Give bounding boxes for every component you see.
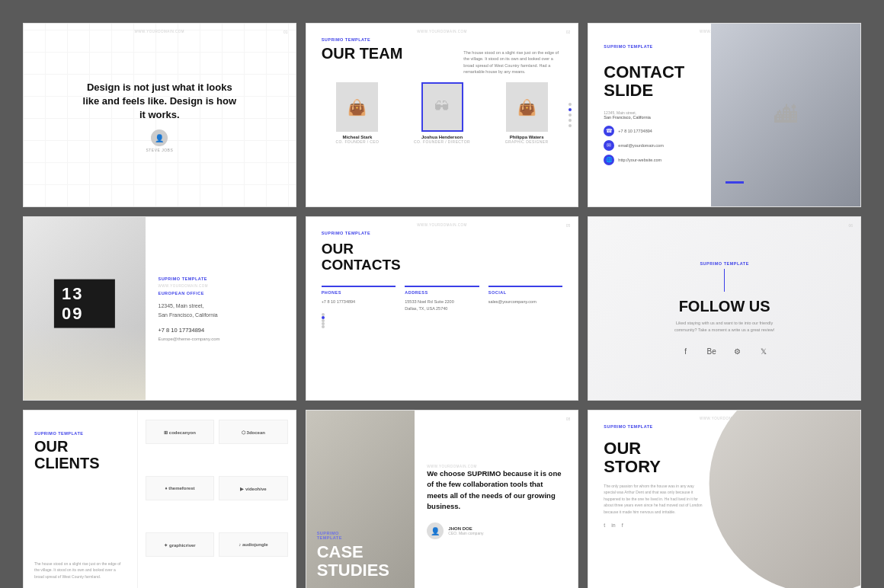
dot-3 xyxy=(569,113,572,117)
page-num-1: 01 xyxy=(283,30,288,34)
office-email: Europe@theme-company.com xyxy=(158,337,283,341)
team-member-3: 👜 Philippa Waters GRAPHIC DESIGNER xyxy=(505,82,549,144)
nav-dots-2 xyxy=(569,103,572,127)
twitter-icon: 𝕏 xyxy=(756,344,771,359)
slide-contacts: SUPRIMO TEMPLATE WWW.YOURDOMAIN.COM 05 O… xyxy=(306,216,579,401)
logo-codecanyon-text: ⊞ codecanyon xyxy=(164,430,196,435)
slide-office: 13 09 SUPRIMO TEMPLATE WWW.YOURDOMAIN.CO… xyxy=(23,216,296,401)
social-icons-row: f Be ⚙ 𝕏 xyxy=(678,344,771,359)
phone-icon: ☎ xyxy=(604,126,614,136)
case-studies-quote: We choose SUPRIMO because it is one of t… xyxy=(427,468,565,512)
slide-label-7: SUPRIMO TEMPLATE xyxy=(34,431,83,436)
contacts-social-label: SOCIAL xyxy=(488,286,563,295)
follow-vertical-line xyxy=(724,269,725,292)
case-studies-right: WWW.YOURDOMAIN.COM We choose SUPRIMO bec… xyxy=(415,411,578,588)
case-studies-client: 👤 JHON DOE CEO. Main company xyxy=(427,522,565,539)
author-name: STEVE JOBS xyxy=(146,148,173,152)
contact-info: 12345, Main street, San Francisco, Calif… xyxy=(604,110,709,165)
dot-5-1 xyxy=(322,313,325,316)
member-photo-1: 👜 xyxy=(336,82,378,132)
clients-left: SUPRIMO TEMPLATE OUR CLIENTS The house s… xyxy=(24,411,138,588)
contact-phone: +7 8 10 17734894 xyxy=(618,129,652,133)
member-photo-3: 👜 xyxy=(506,82,548,132)
member-role-3: GRAPHIC DESIGNER xyxy=(505,139,549,144)
slide-our-team: SUPRIMO TEMPLATE WWW.YOURDOMAIN.COM 02 O… xyxy=(306,23,579,207)
dot-5 xyxy=(569,124,572,127)
member-role-2: CO. FOUNDER / DIRECTOR xyxy=(414,139,470,144)
follow-title: FOLLOW US xyxy=(679,298,770,315)
team-title-block: OUR TEAM xyxy=(322,45,403,62)
slides-grid: WWW.YOURDOMAIN.COM 01 Design is not just… xyxy=(23,23,861,588)
dot-5-5 xyxy=(322,325,325,328)
contact-website: http://your-website.com xyxy=(618,158,661,162)
team-title: OUR TEAM xyxy=(322,45,403,62)
logo-3docean: ⬡ 3docean xyxy=(219,420,287,444)
member-role-1: CO. FOUNDER / CEO xyxy=(336,139,380,144)
nav-dots-5 xyxy=(322,313,563,328)
logo-videohive: ▶ videohive xyxy=(219,476,287,500)
story-facebook-icon: f xyxy=(622,522,623,528)
slide-label-4: SUPRIMO TEMPLATE xyxy=(158,276,283,281)
team-header: OUR TEAM The house stood on a slight ris… xyxy=(322,45,563,75)
logo-themeforest: ♦ themeforest xyxy=(146,476,214,500)
contacts-address-col: ADDRESS 15533 Noel Rd Suite 2200 Dallas,… xyxy=(405,286,479,313)
slide-url-2: WWW.YOURDOMAIN.COM xyxy=(417,30,467,34)
story-title: OUR STORY xyxy=(604,439,845,476)
slide-label-6: SUPRIMO TEMPLATE xyxy=(700,261,748,266)
contacts-grid: PHONES +7 8 10 17734894 ADDRESS 15533 No… xyxy=(322,286,563,313)
team-members-list: 👜 Micheal Stark CO. FOUNDER / CEO 🕶 Josh… xyxy=(322,82,563,144)
contacts-title: OUR CONTACTS xyxy=(322,241,563,273)
slide-label-9: SUPRIMO TEMPLATE xyxy=(604,424,845,429)
story-linkedin-icon: in xyxy=(611,522,615,528)
client-avatar: 👤 xyxy=(427,522,444,539)
client-info: JHON DOE CEO. Main company xyxy=(448,526,483,535)
office-right-content: SUPRIMO TEMPLATE WWW.YOURDOMAIN.COM EURO… xyxy=(146,217,295,400)
contacts-address-value: 15533 Noel Rd Suite 2200 Dallas, TX, USA… xyxy=(405,299,479,313)
page-num-2: 02 xyxy=(566,30,571,34)
clients-title: OUR CLIENTS xyxy=(34,438,127,471)
page-num-5: 05 xyxy=(566,223,571,228)
clients-description: The house stood on a slight rise just on… xyxy=(34,561,127,580)
story-description: The only passion for whom the house was … xyxy=(604,483,703,516)
logo-graphicriver: ✦ graphicriver xyxy=(146,532,214,557)
contact-phone-row: ☎ +7 8 10 17734894 xyxy=(604,126,709,136)
contacts-social-value: sales@yourcompany.com xyxy=(488,299,563,305)
logo-audiojungle-text: ♪ audiojungle xyxy=(239,542,267,547)
story-portrait xyxy=(705,410,861,588)
contact-email-row: ✉ email@yourdomain.com xyxy=(604,140,709,151)
dot-1 xyxy=(569,103,572,106)
clock-time: 13 09 xyxy=(54,280,115,328)
slide-contact: SUPRIMO TEMPLATE WWW.YOURDOMAIN.COM 03 C… xyxy=(588,23,861,207)
dot-2 xyxy=(569,108,572,111)
logo-3docean-text: ⬡ 3docean xyxy=(242,430,265,435)
contacts-phones-value: +7 8 10 17734894 xyxy=(322,299,396,305)
dot-5-4 xyxy=(322,322,325,325)
logo-graphicriver-text: ✦ graphicriver xyxy=(164,542,195,548)
contact-photo: 🏙 xyxy=(711,24,860,206)
story-social-row: t in f xyxy=(604,522,845,528)
contacts-phones-col: PHONES +7 8 10 17734894 xyxy=(322,286,396,313)
slide-label-8: SUPRIMO TEMPLATE xyxy=(317,531,352,540)
author-area: 👤 STEVE JOBS xyxy=(146,129,173,152)
dot-5-3 xyxy=(322,319,325,322)
blue-accent-line xyxy=(725,181,744,184)
logo-codecanyon: ⊞ codecanyon xyxy=(146,420,214,444)
slide-case-studies: SUPRIMO TEMPLATE CASE STUDIES WWW.YOURDO… xyxy=(306,410,579,588)
member-photo-2: 🕶 xyxy=(421,82,463,132)
contact-address-city: San Francisco, California xyxy=(604,115,709,120)
web-icon: 🌐 xyxy=(604,155,614,165)
team-member-1: 👜 Micheal Stark CO. FOUNDER / CEO xyxy=(336,82,380,144)
office-address: 12345, Main street, San Francisco, Calif… xyxy=(158,302,283,321)
follow-subtitle: Liked staying with us and want to tie in… xyxy=(668,320,782,334)
desk-overlay xyxy=(24,327,146,400)
page-num-8: 08 xyxy=(566,417,571,421)
office-phone: +7 8 10 17734894 xyxy=(158,327,283,334)
contacts-social-col: SOCIAL sales@yourcompany.com xyxy=(488,286,563,313)
dot-5-2 xyxy=(322,316,325,319)
slide-our-clients: SUPRIMO TEMPLATE OUR CLIENTS The house s… xyxy=(23,410,296,588)
slide-label-2: SUPRIMO TEMPLATE xyxy=(322,37,563,42)
page-num-6: 06 xyxy=(848,223,853,228)
slide-url-1: WWW.YOURDOMAIN.COM xyxy=(135,30,185,34)
slide-our-story: SUPRIMO TEMPLATE WWW.YOURDOMAIN.COM 09 O… xyxy=(588,410,861,588)
email-icon: ✉ xyxy=(604,140,614,151)
